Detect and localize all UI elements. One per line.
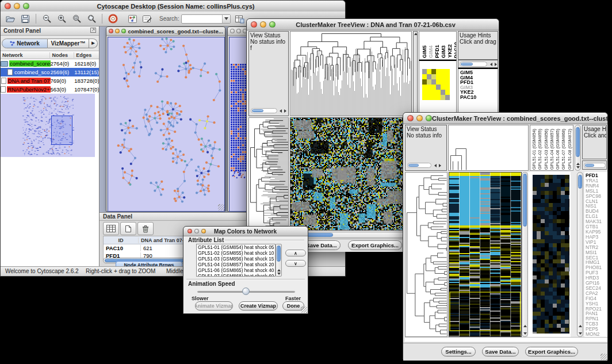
dendrogram-scroll-strip[interactable] bbox=[413, 31, 418, 116]
export-graphics-button[interactable]: Export Graphics... bbox=[525, 347, 578, 357]
attribute-item[interactable]: GPL51-02 (GSM855) heat shock 10 min bbox=[198, 250, 275, 256]
column-label[interactable]: GPL51-04 (GSM857) bbox=[549, 129, 555, 170]
scroll-down-icon[interactable] bbox=[576, 166, 580, 168]
minimize-button[interactable] bbox=[194, 229, 199, 233]
network-row[interactable]: combined_scores2764(0)16218(0) bbox=[1, 59, 99, 68]
zoom-view-panel[interactable] bbox=[533, 172, 571, 337]
resize-grip[interactable] bbox=[218, 204, 224, 210]
resize-grip[interactable] bbox=[600, 354, 607, 360]
scroll-down-icon[interactable] bbox=[523, 332, 527, 335]
scrollbar-thumb[interactable] bbox=[585, 164, 594, 167]
scrollbar-thumb[interactable] bbox=[578, 175, 582, 189]
col-edges[interactable]: Edges bbox=[74, 52, 99, 58]
scrollbar-thumb[interactable] bbox=[408, 164, 419, 167]
close-button[interactable] bbox=[109, 29, 113, 33]
zoom-in-button[interactable] bbox=[55, 13, 68, 25]
scroll-up-icon[interactable] bbox=[277, 269, 281, 271]
column-dendrogram-panel[interactable] bbox=[290, 31, 412, 116]
status-hscrollbar[interactable] bbox=[407, 163, 431, 168]
zoom-fit-button[interactable] bbox=[70, 13, 83, 25]
column-dendrogram-panel[interactable] bbox=[448, 125, 529, 171]
col-id[interactable]: ID bbox=[104, 237, 139, 243]
heatmap[interactable] bbox=[290, 118, 405, 230]
column-label[interactable]: PFD1 bbox=[434, 45, 440, 58]
network-view-titlebar[interactable]: combined_scores_good.txt--cluste... bbox=[106, 27, 225, 36]
new-attribute-button[interactable] bbox=[120, 222, 136, 235]
scroll-up-icon[interactable] bbox=[523, 325, 527, 327]
scroll-up-icon[interactable] bbox=[414, 33, 418, 35]
gene-label[interactable]: MON2 bbox=[586, 332, 607, 337]
network-row[interactable]: RNAPuberNov2+563(0)107847(0) bbox=[1, 85, 99, 94]
attribute-item[interactable]: GPL51-03 (GSM856) heat shock 15 min bbox=[198, 256, 275, 262]
dialog-titlebar[interactable]: Map Colors to Network bbox=[183, 227, 308, 236]
minimize-button[interactable] bbox=[260, 21, 266, 28]
heatmap-panel[interactable] bbox=[449, 172, 522, 337]
scroll-right-icon[interactable] bbox=[284, 109, 286, 113]
labels-vscrollbar[interactable] bbox=[575, 125, 581, 171]
scroll-left-icon[interactable] bbox=[434, 164, 437, 167]
column-label[interactable]: GPL51-03 (GSM856) bbox=[544, 129, 549, 170]
minimize-button[interactable] bbox=[14, 3, 20, 9]
scroll-up-icon[interactable] bbox=[576, 163, 580, 165]
slider-thumb[interactable] bbox=[242, 288, 250, 295]
save-data-button[interactable]: Save Data... bbox=[482, 347, 519, 357]
close-button[interactable] bbox=[251, 21, 257, 28]
col-network[interactable]: Network bbox=[1, 52, 50, 58]
open-session-button[interactable] bbox=[4, 13, 17, 25]
col-nodes[interactable]: Nodes bbox=[50, 52, 74, 58]
delete-attribute-button[interactable] bbox=[137, 222, 154, 235]
column-label[interactable]: GIM3 bbox=[441, 45, 446, 58]
attribute-item[interactable]: GPL51-04 (GSM857) heat shock 20 min bbox=[198, 262, 275, 267]
main-titlebar[interactable]: Cytoscape Desktop (Session Name: collins… bbox=[1, 1, 345, 12]
scroll-left-icon[interactable] bbox=[280, 109, 282, 113]
save-session-button[interactable] bbox=[19, 13, 32, 25]
close-button[interactable] bbox=[188, 229, 192, 233]
column-label[interactable]: GIM5 bbox=[422, 45, 427, 58]
network-row[interactable]: DNA and Tran 07769(0)183728(0) bbox=[1, 76, 99, 85]
close-button[interactable] bbox=[5, 3, 11, 9]
select-attributes-button[interactable] bbox=[103, 222, 119, 235]
attribute-browser-button[interactable] bbox=[233, 13, 246, 25]
annotation-button[interactable] bbox=[141, 13, 154, 25]
treeview1-titlebar[interactable]: ClusterMaker TreeView : DNA and Tran 07-… bbox=[247, 19, 499, 30]
modify-network-button[interactable] bbox=[126, 13, 139, 25]
zoom-out-button[interactable] bbox=[40, 13, 53, 25]
column-label[interactable]: GPL51-02 (GSM855) bbox=[537, 129, 543, 170]
search-input[interactable] bbox=[181, 14, 231, 24]
minimize-button[interactable] bbox=[416, 115, 423, 121]
zoom-selected-button[interactable] bbox=[85, 13, 98, 25]
row-dendrogram[interactable] bbox=[249, 118, 288, 230]
network-view-window[interactable]: combined_scores_good.txt--cluste... bbox=[106, 26, 225, 212]
scroll-down-icon[interactable] bbox=[277, 273, 281, 275]
help-button[interactable] bbox=[106, 13, 119, 25]
zoom-button[interactable] bbox=[269, 21, 276, 28]
network-row[interactable]: combined_sco2569(6)13112(15) bbox=[1, 68, 99, 76]
birdseye-overview[interactable] bbox=[1, 94, 95, 157]
move-up-button[interactable]: ∧ bbox=[285, 250, 306, 256]
heatmap[interactable] bbox=[449, 173, 521, 336]
attribute-item[interactable]: GPL51-01 (GSM854) heat shock 05 min bbox=[198, 244, 275, 250]
export-graphics-button[interactable]: Export Graphics... bbox=[348, 240, 402, 250]
scroll-right-icon[interactable] bbox=[495, 63, 497, 66]
heatmap-hscrollbar[interactable] bbox=[290, 232, 413, 238]
move-down-button[interactable]: ∨ bbox=[285, 260, 306, 267]
attribute-list[interactable]: GPL51-01 (GSM854) heat shock 05 minGPL51… bbox=[196, 244, 276, 277]
scrollbar-thumb[interactable] bbox=[523, 174, 527, 227]
attribute-item[interactable]: GPL51-06 (GSM865) heat shock 40 min bbox=[198, 267, 275, 273]
tab-network[interactable]: Network bbox=[2, 39, 48, 48]
close-button[interactable] bbox=[230, 29, 235, 33]
scroll-right-icon[interactable] bbox=[439, 164, 441, 167]
attribute-item[interactable]: GPL51-07 (GSM868) heat shock 60 min bbox=[198, 273, 275, 277]
create-vizmap-button[interactable]: Create Vizmap bbox=[239, 301, 278, 311]
column-label[interactable]: GIM4 bbox=[428, 45, 434, 58]
network-canvas[interactable] bbox=[108, 37, 225, 212]
column-label[interactable]: GPL51-07 (GSM868) bbox=[561, 129, 567, 170]
hints-hscrollbar[interactable] bbox=[460, 62, 487, 67]
close-button[interactable] bbox=[407, 115, 414, 121]
column-label[interactable]: PAC10 bbox=[453, 42, 457, 58]
attribute-list-vscrollbar[interactable] bbox=[276, 244, 282, 277]
minimize-button[interactable] bbox=[115, 29, 120, 33]
zoom-heatmap[interactable] bbox=[422, 69, 450, 100]
search-dropdown-button[interactable] bbox=[222, 15, 230, 23]
minimize-button[interactable] bbox=[236, 29, 241, 33]
